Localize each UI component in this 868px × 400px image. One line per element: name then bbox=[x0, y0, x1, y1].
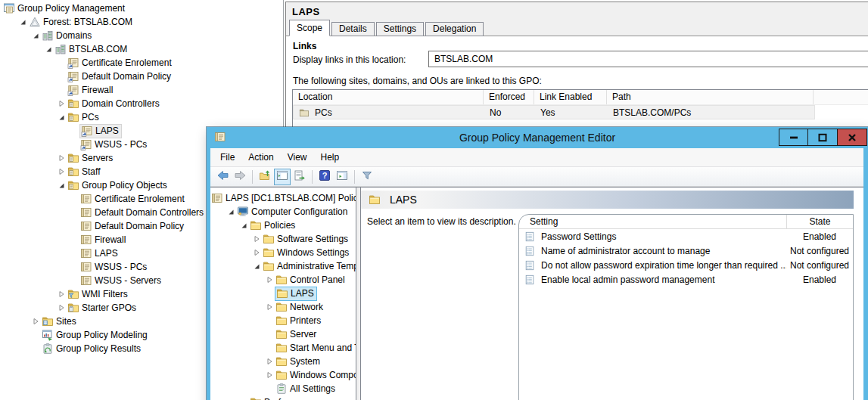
setting-item-icon bbox=[524, 260, 535, 271]
tree-item-administrative-templates[interactable]: Administrative Templates bbox=[210, 259, 356, 273]
tree-item-default-domain-policy[interactable]: Default Domain Policy bbox=[0, 70, 283, 83]
tree-item-printers[interactable]: Printers bbox=[210, 314, 356, 327]
window-controls bbox=[779, 129, 867, 146]
links-table[interactable]: LocationEnforcedLink EnabledPathPCsNoYes… bbox=[292, 89, 868, 132]
expander-collapsed-icon[interactable] bbox=[54, 288, 67, 300]
column-header-state[interactable]: State bbox=[786, 215, 853, 228]
column-header-path[interactable]: Path bbox=[607, 90, 814, 104]
expander-expanded-icon[interactable] bbox=[16, 16, 29, 28]
pane-splitter[interactable] bbox=[356, 188, 361, 400]
tree-item-system[interactable]: System bbox=[210, 355, 356, 368]
tree-item-policies[interactable]: Policies bbox=[210, 219, 356, 232]
expander-expanded-icon[interactable] bbox=[54, 111, 67, 123]
close-button[interactable] bbox=[838, 129, 867, 146]
expander-slot bbox=[29, 329, 42, 341]
expander-collapsed-icon[interactable] bbox=[263, 369, 275, 381]
tree-item-all-settings[interactable]: All Settings bbox=[210, 382, 356, 395]
tree-item-control-panel[interactable]: Control Panel bbox=[210, 273, 356, 287]
expander-expanded-icon[interactable] bbox=[250, 260, 263, 272]
tree-item-label: PCs bbox=[82, 112, 99, 122]
expander-expanded-icon[interactable] bbox=[42, 43, 54, 55]
tree-item-label: System bbox=[290, 356, 320, 367]
minimize-button[interactable] bbox=[779, 129, 808, 146]
links-table-header[interactable]: LocationEnforcedLink EnabledPath bbox=[293, 90, 868, 105]
tree-item-group-policy-management[interactable]: Group Policy Management bbox=[0, 2, 283, 15]
up-level-button[interactable] bbox=[257, 169, 273, 185]
help-button[interactable]: ? bbox=[316, 169, 333, 185]
expander-collapsed-icon[interactable] bbox=[54, 166, 67, 178]
tree-item-certificate-enrolement[interactable]: Certificate Enrolement bbox=[0, 56, 283, 70]
menu-file[interactable]: File bbox=[213, 152, 241, 163]
menu-view[interactable]: View bbox=[281, 152, 314, 163]
settings-list[interactable]: SettingStatePassword SettingsEnabledName… bbox=[518, 214, 854, 400]
column-header-enforced[interactable]: Enforced bbox=[484, 90, 534, 104]
expander-expanded-icon[interactable] bbox=[237, 219, 250, 231]
forward-button[interactable] bbox=[232, 169, 248, 185]
menu-help[interactable]: Help bbox=[314, 152, 347, 163]
expander-collapsed-icon[interactable] bbox=[54, 302, 67, 314]
folder-icon bbox=[369, 194, 381, 206]
setting-row-name-of-administrator-account-to-manage[interactable]: Name of administrator account to manageN… bbox=[519, 243, 853, 258]
settings-list-header[interactable]: SettingState bbox=[519, 215, 853, 229]
show-console-tree-button[interactable] bbox=[274, 169, 291, 185]
tree-item-laps-dc1-btslab-com-policy[interactable]: LAPS [DC1.BTSLAB.COM] Policy bbox=[210, 191, 356, 205]
expander-collapsed-icon[interactable] bbox=[263, 355, 275, 367]
expander-collapsed-icon[interactable] bbox=[263, 301, 275, 313]
tree-item-pcs[interactable]: PCs bbox=[0, 110, 283, 124]
tree-item-software-settings[interactable]: Software Settings bbox=[210, 232, 356, 246]
tree-item-start-menu-and-taskbar[interactable]: Start Menu and Taskbar bbox=[210, 341, 356, 355]
folder-icon bbox=[275, 355, 288, 367]
selected-item-highlight: LAPS bbox=[79, 124, 122, 138]
expander-collapsed-icon[interactable] bbox=[250, 247, 263, 259]
column-header-location[interactable]: Location bbox=[293, 90, 484, 104]
tree-item-computer-configuration[interactable]: Computer Configuration bbox=[210, 205, 356, 219]
export-list-button[interactable] bbox=[291, 169, 308, 185]
expander-slot bbox=[29, 343, 42, 355]
folder-icon bbox=[275, 342, 288, 354]
tree-item-forest-btslab-com[interactable]: Forest: BTSLAB.COM bbox=[0, 15, 283, 29]
tree-item-label: Policies bbox=[264, 220, 295, 231]
tree-item-label: Start Menu and Taskbar bbox=[290, 343, 356, 353]
setting-row-do-not-allow-password-expiration-time-longer-than-required[interactable]: Do not allow password expiration time lo… bbox=[519, 258, 853, 272]
table-row[interactable]: PCsNoYesBTSLAB.COM/PCs bbox=[293, 105, 868, 119]
expander-collapsed-icon[interactable] bbox=[250, 233, 263, 245]
tree-item-domains[interactable]: Domains bbox=[0, 29, 283, 42]
tree-item-domain-controllers[interactable]: Domain Controllers bbox=[0, 97, 283, 110]
expander-expanded-icon[interactable] bbox=[54, 179, 67, 191]
expander-collapsed-icon[interactable] bbox=[54, 98, 67, 110]
setting-row-password-settings[interactable]: Password SettingsEnabled bbox=[519, 229, 853, 243]
tree-item-preferences[interactable]: Preferences bbox=[210, 395, 356, 400]
maximize-button[interactable] bbox=[808, 129, 838, 146]
links-location-select[interactable]: BTSLAB.COM bbox=[428, 51, 868, 67]
menu-action[interactable]: Action bbox=[241, 152, 280, 163]
tree-item-laps[interactable]: LAPS bbox=[210, 287, 356, 300]
tree-item-windows-settings[interactable]: Windows Settings bbox=[210, 246, 356, 259]
expander-expanded-icon[interactable] bbox=[29, 29, 42, 42]
tab-details[interactable]: Details bbox=[331, 22, 375, 36]
expander-collapsed-icon[interactable] bbox=[263, 274, 275, 286]
cell-path: BTSLAB.COM/PCs bbox=[608, 107, 814, 118]
gpo-icon bbox=[211, 192, 223, 204]
back-button[interactable] bbox=[214, 169, 231, 185]
setting-row-enable-local-admin-password-management[interactable]: Enable local admin password managementEn… bbox=[519, 272, 853, 287]
gpme-titlebar[interactable]: Group Policy Management Editor bbox=[207, 127, 868, 148]
expander-collapsed-icon[interactable] bbox=[29, 315, 42, 327]
tree-item-firewall[interactable]: Firewall bbox=[0, 83, 283, 97]
tree-item-windows-components[interactable]: Windows Components bbox=[210, 368, 356, 382]
tab-scope[interactable]: Scope bbox=[289, 20, 330, 36]
tree-item-label: LAPS bbox=[95, 126, 119, 136]
tree-item-network[interactable]: Network bbox=[210, 300, 356, 314]
tree-item-server[interactable]: Server bbox=[210, 327, 356, 341]
show-action-pane-button[interactable] bbox=[334, 169, 350, 185]
tab-delegation[interactable]: Delegation bbox=[425, 22, 484, 36]
expander-collapsed-icon[interactable] bbox=[54, 152, 67, 164]
column-header-link-enabled[interactable]: Link Enabled bbox=[534, 90, 607, 104]
tree-item-label: Control Panel bbox=[290, 274, 345, 285]
tab-settings[interactable]: Settings bbox=[376, 22, 424, 36]
expander-expanded-icon[interactable] bbox=[224, 206, 237, 218]
tree-item-label: Preferences bbox=[264, 397, 313, 400]
tree-item-btslab-com[interactable]: BTSLAB.COM bbox=[0, 42, 283, 56]
tree-item-label: Firewall bbox=[95, 234, 126, 245]
column-header-setting[interactable]: Setting bbox=[519, 216, 786, 227]
filter-button[interactable] bbox=[359, 169, 375, 185]
